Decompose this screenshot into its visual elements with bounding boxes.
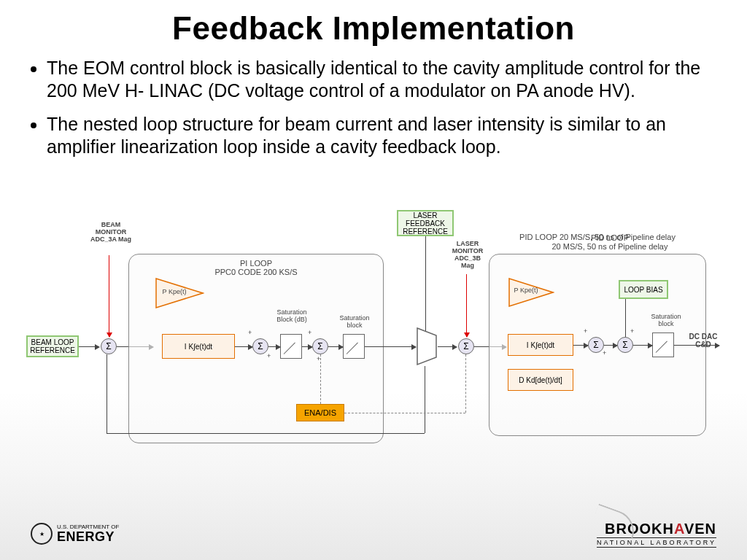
plus-sign: + xyxy=(584,328,587,335)
p-gain-label-1: P Kpe(t) xyxy=(158,289,191,296)
plus-sign: + xyxy=(630,328,634,335)
beam-monitor-arrow xyxy=(109,255,109,337)
arrow xyxy=(235,346,252,347)
mux-block xyxy=(416,327,438,366)
pid-title-text: PID LOOP 20 MS/S, 50 ns of Pipeline dela… xyxy=(537,233,683,251)
sum-node-1: Σ xyxy=(101,338,117,354)
sum-node-4: Σ xyxy=(458,338,474,354)
footer: ★ U.S. DEPARTMENT OF ENERGY BROOKHAVEN N… xyxy=(0,515,747,560)
laser-monitor-arrow xyxy=(466,274,467,337)
bnl-logo: BROOKHAVEN NATIONAL LABORATORY xyxy=(597,521,716,548)
sat-block-2-label: Saturation block xyxy=(336,315,374,330)
line xyxy=(344,413,465,413)
arrow xyxy=(604,345,617,346)
doe-energy: ENERGY xyxy=(57,530,119,543)
slide-title: Feedback Implementation xyxy=(0,0,747,47)
bnl-part2: VEN xyxy=(684,521,716,537)
bullet-1: The EOM control block is basically ident… xyxy=(47,57,706,103)
pi-loop-title: PI LOOP PPC0 CODE 200 KS/S xyxy=(129,259,383,276)
loop-bias-box: LOOP BIAS xyxy=(619,280,668,299)
line xyxy=(107,433,425,434)
plus-sign: + xyxy=(267,353,271,360)
block-diagram: BEAM LOOP REFERENCE BEAM MONITOR ADC_3A … xyxy=(26,210,721,480)
bnl-a: A xyxy=(674,521,684,537)
sat-block-1-label: Saturation Block (dB) xyxy=(273,309,311,324)
laser-monitor-label: LASER MONITOR ADC_3B Mag xyxy=(448,241,487,270)
arrow xyxy=(633,345,652,346)
p-gain-label-2: P Kpe(t) xyxy=(511,287,541,295)
i-gain-block-2: I K∫e(t)dt xyxy=(508,334,573,356)
plus-sign: + xyxy=(603,350,606,357)
bullet-2: The nested loop structure for beam curre… xyxy=(47,113,706,159)
arrow xyxy=(302,346,312,347)
line xyxy=(465,354,466,413)
slide: Feedback Implementation The EOM control … xyxy=(0,0,747,560)
arrow xyxy=(438,346,457,347)
arrow xyxy=(573,345,588,346)
sat-block-1 xyxy=(280,334,302,359)
sum-node-2: Σ xyxy=(252,338,268,354)
line xyxy=(625,299,626,337)
arrow xyxy=(79,346,99,347)
ena-dis-box: ENA/DIS xyxy=(296,404,344,421)
output-label: DC DAC C&D xyxy=(681,332,725,349)
sum-node-5: Σ xyxy=(588,337,604,353)
bnl-sub: NATIONAL LABORATORY xyxy=(597,537,716,548)
svg-marker-1 xyxy=(417,328,436,365)
line xyxy=(320,354,321,404)
arrow xyxy=(268,346,280,347)
i-gain-block-1: I K∫e(t)dt xyxy=(162,334,235,359)
arrow xyxy=(328,346,343,347)
line xyxy=(107,354,107,433)
plus-sign: + xyxy=(308,330,311,337)
sum-node-3: Σ xyxy=(312,338,328,354)
sum-node-6: Σ xyxy=(617,337,633,353)
sat-block-3 xyxy=(652,332,674,357)
beam-monitor-label: BEAM MONITOR ADC_3A Mag xyxy=(89,222,133,244)
line xyxy=(425,236,426,331)
bullet-list: The EOM control block is basically ident… xyxy=(0,47,747,158)
doe-seal-icon: ★ xyxy=(31,523,53,545)
beam-loop-reference-box: BEAM LOOP REFERENCE xyxy=(26,335,79,357)
laser-feedback-ref-box: LASER FEEDBACK REFERENCE xyxy=(397,210,454,236)
sat-block-3-label: Saturation block xyxy=(648,314,684,328)
d-gain-block: D Kd[de(t)/dt] xyxy=(508,369,573,391)
arrow xyxy=(365,346,416,347)
line xyxy=(425,366,425,433)
doe-logo: ★ U.S. DEPARTMENT OF ENERGY xyxy=(31,523,119,545)
sat-block-2 xyxy=(343,334,365,359)
doe-text: U.S. DEPARTMENT OF ENERGY xyxy=(57,524,119,543)
plus-sign: + xyxy=(248,330,252,337)
